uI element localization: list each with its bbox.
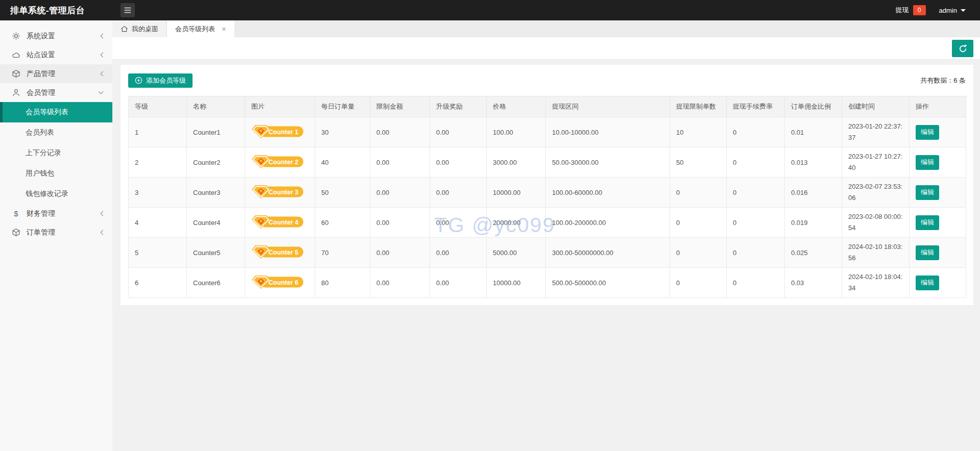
refresh-button[interactable] [952, 40, 973, 57]
tab-member-level-list[interactable]: 会员等级列表 × [167, 20, 235, 37]
cell-price: 10000.00 [487, 178, 546, 208]
cell-actions: 编辑 [910, 117, 966, 147]
admin-dropdown[interactable]: admin [939, 7, 966, 14]
cell-limit-amount: 0.00 [370, 147, 430, 178]
dollar-icon: $ [11, 209, 21, 218]
cell-upgrade-reward: 0.00 [430, 238, 487, 268]
sidebar: 系统设置 站点设置 产品管理 会员 [0, 20, 112, 451]
cell-fee-rate: 0 [727, 238, 785, 268]
cell-commission: 0.016 [785, 178, 842, 208]
edit-button[interactable]: 编辑 [916, 215, 939, 230]
level-badge-icon: Counter 4 [251, 214, 304, 230]
sidebar-item-points-records[interactable]: 上下分记录 [0, 143, 112, 163]
col-actions: 操作 [910, 96, 966, 117]
sidebar-subitem-label: 上下分记录 [26, 148, 61, 158]
add-member-level-button[interactable]: 添加会员等级 [128, 73, 193, 88]
cell-created: 2023-01-27 10:27:40 [842, 147, 910, 178]
sidebar-subitem-label: 钱包修改记录 [26, 189, 68, 198]
col-withdraw-range: 提现区间 [546, 96, 670, 117]
cube-icon [11, 228, 21, 237]
cell-daily-orders: 70 [315, 238, 370, 268]
sidebar-subitem-label: 会员列表 [26, 128, 54, 137]
chevron-left-icon [100, 33, 104, 39]
col-upgrade-reward: 升级奖励 [430, 96, 487, 117]
chevron-down-icon [961, 9, 966, 12]
cell-name: Counter3 [187, 178, 245, 208]
table-row: 1 Counter1 Counter 1 30 0.00 0.00 100.00… [129, 117, 966, 147]
cell-actions: 编辑 [910, 208, 966, 238]
cell-upgrade-reward: 0.00 [430, 147, 487, 178]
close-icon[interactable]: × [222, 25, 226, 33]
level-badge-icon: Counter 1 [251, 123, 304, 140]
col-level: 等级 [129, 96, 187, 117]
sidebar-item-wallet-change-records[interactable]: 钱包修改记录 [0, 184, 112, 204]
sidebar-item-product-management[interactable]: 产品管理 [0, 64, 112, 83]
cell-fee-rate: 0 [727, 178, 785, 208]
sidebar-item-finance-management[interactable]: $ 财务管理 [0, 204, 112, 223]
col-price: 价格 [487, 96, 546, 117]
chevron-left-icon [100, 229, 104, 236]
sidebar-item-member-list[interactable]: 会员列表 [0, 122, 112, 143]
sidebar-toggle-button[interactable] [121, 3, 135, 17]
withdraw-menu[interactable]: 提现 0 [896, 5, 926, 15]
tab-label: 会员等级列表 [175, 24, 215, 34]
header-right: 提现 0 admin [896, 5, 980, 15]
cell-name: Counter6 [187, 268, 245, 298]
cell-level: 2 [129, 147, 187, 178]
sidebar-item-site-settings[interactable]: 站点设置 [0, 45, 112, 64]
col-created: 创建时间 [842, 96, 910, 117]
svg-text:Counter 5: Counter 5 [269, 248, 298, 256]
svg-text:Counter 2: Counter 2 [269, 158, 298, 165]
sidebar-item-order-management[interactable]: 订单管理 [0, 223, 112, 242]
cell-upgrade-reward: 0.00 [430, 178, 487, 208]
chevron-left-icon [100, 210, 104, 217]
cell-image: Counter 4 [245, 208, 315, 238]
edit-button[interactable]: 编辑 [916, 125, 939, 140]
cell-actions: 编辑 [910, 268, 966, 298]
cell-withdraw-limit: 0 [670, 208, 727, 238]
app-title: 排单系统-管理后台 [0, 5, 112, 16]
edit-button[interactable]: 编辑 [916, 185, 939, 200]
cell-daily-orders: 30 [315, 117, 370, 147]
cell-commission: 0.03 [785, 268, 842, 298]
cell-commission: 0.01 [785, 117, 842, 147]
gear-icon [11, 32, 21, 40]
total-count-text: 共有数据：6 条 [920, 76, 966, 85]
edit-button[interactable]: 编辑 [916, 155, 939, 170]
chevron-left-icon [100, 70, 104, 77]
cloud-icon [11, 51, 21, 59]
cell-withdraw-range: 50.00-30000.00 [546, 147, 670, 178]
cell-withdraw-limit: 10 [670, 117, 727, 147]
member-level-table: 等级 名称 图片 每日订单量 限制金额 升级奖励 价格 提现区间 提现限制单数 … [128, 96, 966, 298]
edit-button[interactable]: 编辑 [916, 245, 939, 260]
sidebar-item-system-settings[interactable]: 系统设置 [0, 27, 112, 45]
level-badge-icon: Counter 3 [251, 184, 304, 200]
cell-daily-orders: 60 [315, 208, 370, 238]
user-icon [11, 88, 21, 97]
admin-username: admin [939, 7, 957, 14]
table-row: 6 Counter6 Counter 6 80 0.00 0.00 10000.… [129, 268, 966, 298]
cell-limit-amount: 0.00 [370, 268, 430, 298]
tab-my-desktop[interactable]: 我的桌面 [112, 20, 167, 37]
sidebar-item-label: 订单管理 [27, 228, 100, 237]
table-header-row: 等级 名称 图片 每日订单量 限制金额 升级奖励 价格 提现区间 提现限制单数 … [129, 96, 966, 117]
sidebar-item-member-level-list[interactable]: 会员等级列表 [0, 102, 112, 122]
cell-created: 2024-02-10 18:03:56 [842, 238, 910, 268]
sidebar-item-user-wallet[interactable]: 用户钱包 [0, 163, 112, 184]
sidebar-item-label: 系统设置 [27, 32, 100, 41]
table-row: 4 Counter4 Counter 4 60 0.00 0.00 20000.… [129, 208, 966, 238]
cell-withdraw-range: 500.00-500000.00 [546, 268, 670, 298]
cell-created: 2023-02-07 23:53:06 [842, 178, 910, 208]
edit-button[interactable]: 编辑 [916, 275, 939, 290]
cell-image: Counter 1 [245, 117, 315, 147]
level-badge-icon: Counter 6 [251, 274, 304, 290]
refresh-icon [958, 44, 968, 54]
svg-text:Counter 4: Counter 4 [269, 218, 298, 225]
cell-withdraw-limit: 0 [670, 238, 727, 268]
cell-daily-orders: 50 [315, 178, 370, 208]
cell-actions: 编辑 [910, 238, 966, 268]
col-image: 图片 [245, 96, 315, 117]
tab-bar: 我的桌面 会员等级列表 × [112, 20, 980, 37]
sidebar-item-member-management[interactable]: 会员管理 [0, 83, 112, 102]
cell-limit-amount: 0.00 [370, 238, 430, 268]
